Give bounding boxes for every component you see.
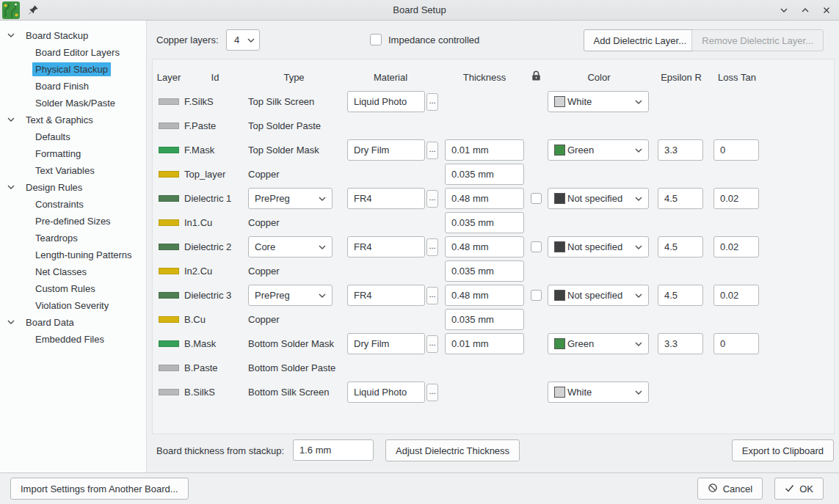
board-thickness-input[interactable] [293, 439, 374, 461]
sidebar-item-custom-rules[interactable]: Custom Rules [0, 280, 146, 297]
thickness-input[interactable] [445, 260, 524, 282]
lock-thickness-checkbox[interactable] [531, 241, 542, 252]
dielectric-type-select[interactable]: PrePreg [248, 285, 333, 306]
sidebar-item-constraints[interactable]: Constraints [0, 196, 146, 213]
adjust-dielectric-thickness-button[interactable]: Adjust Dielectric Thickness [385, 439, 520, 461]
sidebar-item-text-graphics[interactable]: Text & Graphics [0, 112, 146, 128]
sidebar-item-board-editor-layers[interactable]: Board Editor Layers [0, 44, 146, 61]
material-browse-button[interactable]: ... [426, 335, 438, 353]
layer-id: In2.Cu [182, 259, 248, 283]
loss-tan-input[interactable] [713, 139, 759, 161]
window-title: Board Setup [0, 4, 839, 15]
copper-layers-select[interactable]: 4 [226, 29, 260, 51]
thickness-input[interactable] [445, 188, 524, 209]
sidebar-item-text-variables[interactable]: Text Variables [0, 162, 146, 179]
color-select[interactable]: Not specified [548, 285, 649, 306]
epsilon-input[interactable] [658, 188, 703, 209]
sidebar-item-length-tuning-patterns[interactable]: Length-tuning Patterns [0, 246, 146, 263]
table-row: Dielectric 1PrePreg...Not specified [156, 186, 765, 211]
expander-chevron-down-icon[interactable] [7, 33, 15, 37]
header-type: Type [248, 72, 340, 83]
export-to-clipboard-button[interactable]: Export to Clipboard [732, 439, 834, 461]
sidebar-item-board-finish[interactable]: Board Finish [0, 78, 146, 95]
loss-tan-input[interactable] [713, 188, 759, 209]
sidebar-item-label: Board Stackup [23, 29, 91, 43]
chevron-down-icon [635, 100, 642, 104]
sidebar-item-board-data[interactable]: Board Data [0, 314, 146, 331]
material-browse-button[interactable]: ... [426, 93, 438, 111]
material-browse-button[interactable]: ... [426, 384, 438, 401]
material-input[interactable] [347, 381, 425, 403]
thickness-input[interactable] [445, 212, 524, 233]
table-row: B.PasteBottom Solder Paste [156, 356, 765, 380]
expander-chevron-down-icon[interactable] [7, 117, 15, 122]
add-dielectric-layer-button[interactable]: Add Dielectric Layer... [584, 29, 697, 51]
layer-id: F.Mask [182, 138, 248, 162]
cancel-button[interactable]: Cancel [697, 478, 763, 500]
sidebar-item-physical-stackup[interactable]: Physical Stackup [0, 61, 146, 78]
sidebar-item-label: Board Data [23, 315, 77, 329]
lock-thickness-checkbox[interactable] [531, 193, 542, 204]
color-select[interactable]: Not specified [548, 188, 649, 209]
sidebar-item-embedded-files[interactable]: Embedded Files [0, 331, 146, 348]
color-select-value: Not specified [567, 193, 622, 204]
layer-id: F.Paste [182, 114, 248, 138]
loss-tan-input[interactable] [713, 236, 759, 258]
layer-color-swatch [159, 171, 179, 178]
sidebar-item-label: Defaults [32, 130, 73, 144]
material-input[interactable] [347, 236, 425, 258]
sidebar-item-solder-mask-paste[interactable]: Solder Mask/Paste [0, 95, 146, 112]
impedance-controlled-checkbox[interactable] [370, 34, 382, 45]
sidebar-item-teardrops[interactable]: Teardrops [0, 230, 146, 246]
epsilon-input[interactable] [658, 139, 703, 161]
lock-thickness-checkbox[interactable] [531, 290, 542, 301]
layer-type-label: Top Solder Paste [248, 120, 321, 131]
color-select[interactable]: White [548, 381, 649, 403]
material-input[interactable] [347, 333, 425, 354]
sidebar-item-design-rules[interactable]: Design Rules [0, 179, 146, 196]
epsilon-input[interactable] [658, 285, 703, 306]
thickness-input[interactable] [445, 236, 524, 258]
window-close-icon[interactable] [821, 4, 832, 16]
color-select[interactable]: Green [548, 139, 649, 161]
sidebar-item-violation-severity[interactable]: Violation Severity [0, 297, 146, 314]
thickness-input[interactable] [445, 139, 524, 161]
sidebar-item-net-classes[interactable]: Net Classes [0, 263, 146, 280]
dielectric-type-select[interactable]: PrePreg [248, 188, 333, 209]
sidebar-item-defaults[interactable]: Defaults [0, 128, 146, 145]
board-thickness-label: Board thickness from stackup: [156, 445, 284, 456]
color-swatch [554, 193, 565, 204]
material-browse-button[interactable]: ... [426, 142, 438, 159]
thickness-input[interactable] [445, 333, 524, 354]
sidebar-item-pre-defined-sizes[interactable]: Pre-defined Sizes [0, 213, 146, 230]
material-input[interactable] [347, 91, 425, 112]
sidebar-item-label: Board Finish [32, 79, 92, 93]
epsilon-input[interactable] [658, 236, 703, 258]
table-row: B.CuCopper [156, 307, 765, 332]
material-browse-button[interactable]: ... [426, 238, 438, 256]
material-input[interactable] [347, 139, 425, 161]
ok-button[interactable]: OK [774, 478, 824, 500]
sidebar-item-formatting[interactable]: Formatting [0, 145, 146, 162]
thickness-input[interactable] [445, 164, 524, 185]
material-input[interactable] [347, 188, 425, 209]
color-select[interactable]: Not specified [548, 236, 649, 258]
material-browse-button[interactable]: ... [426, 190, 438, 208]
sidebar-item-board-stackup[interactable]: Board Stackup [0, 27, 146, 44]
material-browse-button[interactable]: ... [426, 287, 438, 304]
loss-tan-input[interactable] [713, 333, 759, 354]
color-select[interactable]: Green [548, 333, 649, 354]
material-input[interactable] [347, 285, 425, 306]
expander-chevron-down-icon[interactable] [7, 320, 15, 324]
table-row: Dielectric 3PrePreg...Not specified [156, 283, 765, 307]
import-settings-button[interactable]: Import Settings from Another Board... [10, 478, 189, 500]
window-maximize-icon[interactable] [799, 4, 811, 16]
color-select[interactable]: White [548, 91, 649, 112]
thickness-input[interactable] [445, 309, 524, 330]
window-shade-icon[interactable] [778, 4, 790, 16]
dielectric-type-select[interactable]: Core [248, 236, 333, 258]
expander-chevron-down-icon[interactable] [7, 185, 15, 189]
thickness-input[interactable] [445, 285, 524, 306]
loss-tan-input[interactable] [713, 285, 759, 306]
epsilon-input[interactable] [658, 333, 703, 354]
